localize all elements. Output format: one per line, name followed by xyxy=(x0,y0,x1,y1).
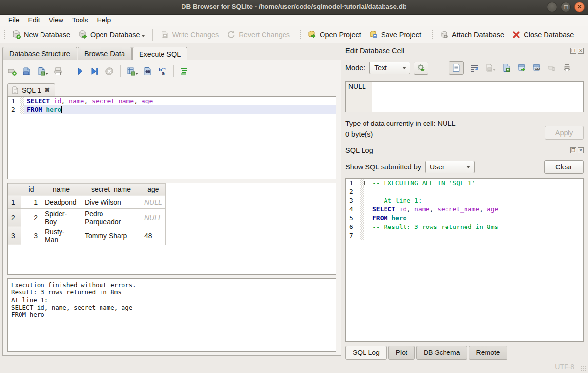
tab-sql-log[interactable]: SQL Log xyxy=(345,346,387,360)
chevron-down-icon xyxy=(402,67,406,71)
menu-view[interactable]: View xyxy=(44,15,68,26)
tab-close-icon[interactable]: ✖ xyxy=(44,86,50,94)
toolbar-drag-handle[interactable] xyxy=(431,29,433,40)
import-from-file-icon[interactable] xyxy=(502,63,511,72)
execute-all-icon[interactable] xyxy=(75,66,85,76)
sql-log-filter-row: Show SQL submitted by User Clear xyxy=(345,160,584,174)
sql-editor-tab[interactable]: SQL 1 ✖ xyxy=(7,83,55,96)
menu-edit[interactable]: Edit xyxy=(24,15,44,26)
print-cell-icon[interactable] xyxy=(563,63,571,72)
text-mode-button[interactable] xyxy=(449,61,464,75)
execute-sql-area: Database Structure Browse Data Execute S… xyxy=(0,43,342,360)
execution-message: Execution finished without errors. Resul… xyxy=(7,278,336,352)
splitter-handle[interactable] xyxy=(7,275,336,278)
dock-tab-bar: SQL Log Plot DB Schema Remote xyxy=(345,346,584,360)
tab-db-schema[interactable]: DB Schema xyxy=(416,346,467,360)
set-null-icon[interactable] xyxy=(547,63,556,72)
fold-marker[interactable]: − xyxy=(364,179,370,187)
find-replace-icon[interactable]: b a xyxy=(158,66,167,76)
execute-current-line-icon[interactable] xyxy=(90,66,100,76)
status-bar: UTF-8 xyxy=(0,360,588,373)
sql-editor-tab-bar: SQL 1 ✖ xyxy=(7,83,336,96)
table-row[interactable]: 2 2 Spider-Boy Pedro Parqueador NULL xyxy=(8,208,166,227)
save-sql-file-icon[interactable] xyxy=(37,66,48,76)
cell-value-editor[interactable]: NULL xyxy=(345,81,584,112)
open-project-button[interactable]: Open Project xyxy=(304,28,365,41)
open-database-dropdown-icon[interactable] xyxy=(142,35,145,39)
cell-mode-row: Mode: Text xyxy=(345,61,584,75)
encoding-indicator: UTF-8 xyxy=(555,363,574,371)
close-database-icon xyxy=(512,30,521,39)
print-sql-icon[interactable] xyxy=(53,66,63,76)
close-database-button[interactable]: Close Database xyxy=(508,28,578,41)
find-icon[interactable] xyxy=(143,66,153,76)
fold-line xyxy=(364,187,370,196)
sql-log-title: SQL Log xyxy=(345,146,570,154)
toolbar-separator xyxy=(152,29,153,41)
table-row[interactable]: 3 3 Rusty-Man Tommy Sharp 48 xyxy=(8,227,166,245)
sql-log-view[interactable]: 1 − -- EXECUTING ALL IN 'SQL 1' 2 -- 3 -… xyxy=(345,178,584,342)
sql-toolbar: b a xyxy=(7,64,336,79)
titlebar[interactable]: DB Browser for SQLite - /home/user/code/… xyxy=(0,0,588,15)
dock-close-icon[interactable]: ✕ xyxy=(578,48,584,54)
mode-select[interactable]: Text xyxy=(369,62,410,74)
sql-toolbar-separator xyxy=(173,65,174,77)
column-header-name[interactable]: name xyxy=(41,183,81,196)
apply-button[interactable]: Apply xyxy=(545,126,584,140)
save-as-icon[interactable] xyxy=(485,63,496,72)
edit-cell-title: Edit Database Cell xyxy=(345,47,570,55)
attach-database-icon xyxy=(440,30,449,39)
write-changes-button[interactable]: Write Changes xyxy=(156,28,223,41)
tab-database-structure[interactable]: Database Structure xyxy=(2,47,77,60)
menu-tools[interactable]: Tools xyxy=(68,15,93,26)
table-row[interactable]: 1 1 Deadpond Dive Wilson NULL xyxy=(8,196,166,208)
minimize-button[interactable]: – xyxy=(547,2,557,12)
text-document-icon xyxy=(452,63,460,72)
dock-close-icon[interactable]: ✕ xyxy=(578,147,584,153)
word-wrap-icon[interactable] xyxy=(470,63,479,72)
dock-float-icon[interactable]: ❐ xyxy=(570,147,576,153)
resize-grip[interactable] xyxy=(581,366,587,372)
gear-icon xyxy=(417,63,426,72)
save-results-icon[interactable] xyxy=(126,66,138,76)
export-to-file-icon[interactable] xyxy=(517,63,526,72)
open-sql-file-icon[interactable] xyxy=(22,66,32,76)
dock-float-icon[interactable]: ❐ xyxy=(570,48,576,54)
fold-margin xyxy=(20,105,24,114)
splitter-handle[interactable] xyxy=(7,179,336,183)
tab-remote[interactable]: Remote xyxy=(469,346,507,360)
menu-help[interactable]: Help xyxy=(93,15,116,26)
column-header-id[interactable]: id xyxy=(21,183,41,196)
tab-execute-sql[interactable]: Execute SQL xyxy=(132,47,187,60)
tab-plot[interactable]: Plot xyxy=(388,346,415,360)
attach-database-button[interactable]: Attach Database xyxy=(436,28,508,41)
open-external-icon[interactable] xyxy=(532,63,541,72)
dock-splitter-handle[interactable] xyxy=(345,140,584,145)
close-button[interactable]: ✕ xyxy=(574,2,585,12)
toolbar-drag-handle[interactable] xyxy=(299,29,301,40)
clear-button[interactable]: Clear xyxy=(544,160,584,174)
fold-margin xyxy=(20,97,24,105)
menu-file[interactable]: File xyxy=(4,15,24,26)
sql-editor[interactable]: 1 SELECT id, name, secret_name, age 2 FR… xyxy=(7,96,336,179)
format-sql-icon[interactable] xyxy=(180,66,189,76)
new-database-button[interactable]: New Database xyxy=(8,28,74,41)
tab-browse-data[interactable]: Browse Data xyxy=(78,47,132,60)
submitted-by-select[interactable]: User xyxy=(425,161,475,173)
new-tab-icon[interactable] xyxy=(7,66,17,76)
save-project-button[interactable]: Save Project xyxy=(365,28,425,41)
results-grid[interactable]: id name secret_name age 1 1 Deadpond Div… xyxy=(7,183,336,275)
open-database-button[interactable]: Open Database xyxy=(74,28,149,41)
revert-changes-button[interactable]: Revert Changes xyxy=(223,28,294,41)
maximize-button[interactable]: ◻ xyxy=(561,2,571,12)
results-header-row: id name secret_name age xyxy=(8,183,166,196)
apply-cell-button[interactable] xyxy=(414,62,428,75)
column-header-age[interactable]: age xyxy=(141,183,166,196)
chevron-down-icon xyxy=(466,166,470,170)
stop-icon[interactable] xyxy=(104,66,114,76)
sql-toolbar-separator xyxy=(69,65,69,77)
column-header-secret-name[interactable]: secret_name xyxy=(81,183,141,196)
sql-log-dock-header: SQL Log ❐ ✕ xyxy=(345,145,584,155)
write-changes-icon xyxy=(160,30,169,39)
toolbar-drag-handle[interactable] xyxy=(3,29,5,40)
